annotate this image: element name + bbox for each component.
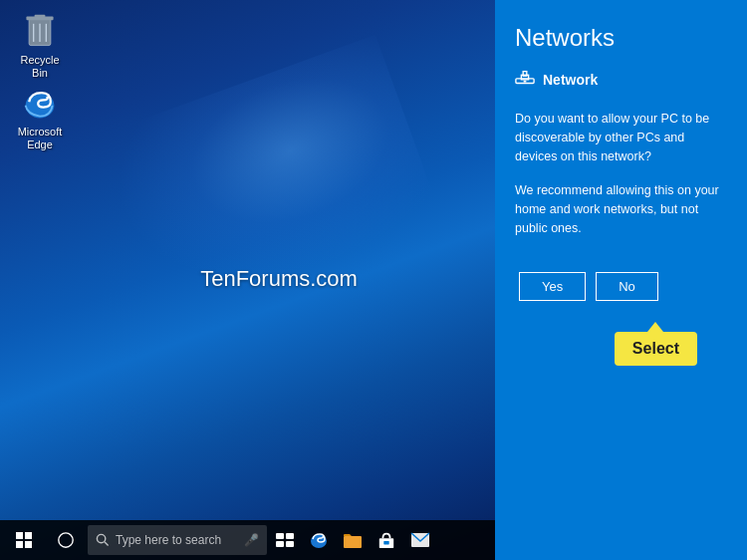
search-placeholder: Type here to search — [116, 533, 221, 547]
task-view-button[interactable] — [269, 520, 301, 560]
network-item-label: Network — [543, 72, 598, 88]
taskbar: Type here to search 🎤 — [0, 520, 495, 560]
svg-rect-9 — [16, 541, 23, 548]
network-icon — [515, 70, 535, 90]
store-taskbar-button[interactable] — [371, 520, 402, 560]
svg-rect-14 — [276, 533, 284, 539]
explorer-taskbar-button[interactable] — [337, 520, 369, 560]
mail-taskbar-button[interactable] — [404, 520, 436, 560]
panel-title: Networks — [515, 24, 727, 52]
panel-buttons: Yes No — [519, 272, 727, 301]
svg-rect-21 — [383, 541, 388, 545]
cortana-button[interactable] — [46, 520, 86, 560]
svg-point-11 — [59, 533, 73, 547]
edge-taskbar-button[interactable] — [303, 520, 335, 560]
desktop: Recycle Bin MicrosoftEdge TenForums.com — [0, 0, 495, 560]
recycle-bin-icon[interactable]: Recycle Bin — [8, 8, 72, 84]
watermark-text: TenForums.com — [200, 266, 358, 292]
store-taskbar-icon — [377, 531, 395, 549]
recycle-bin-label: Recycle Bin — [12, 54, 68, 80]
svg-point-12 — [97, 534, 105, 542]
edge-taskbar-icon — [309, 530, 329, 550]
svg-rect-16 — [276, 541, 284, 547]
edge-desktop-icon[interactable]: MicrosoftEdge — [8, 80, 72, 155]
svg-rect-25 — [523, 72, 527, 77]
mic-icon: 🎤 — [244, 533, 259, 547]
svg-rect-2 — [35, 15, 46, 18]
search-icon — [96, 533, 110, 547]
mail-taskbar-icon — [410, 532, 430, 548]
recycle-bin-image — [20, 12, 60, 52]
task-view-icon — [275, 532, 295, 548]
search-bar[interactable]: Type here to search 🎤 — [88, 525, 267, 555]
svg-rect-8 — [25, 532, 32, 539]
svg-rect-19 — [344, 536, 362, 548]
no-button[interactable]: No — [596, 272, 658, 301]
explorer-taskbar-icon — [343, 531, 363, 549]
panel-description: Do you want to allow your PC to be disco… — [515, 110, 727, 165]
svg-line-13 — [105, 542, 109, 546]
svg-rect-7 — [16, 532, 23, 539]
edge-label: MicrosoftEdge — [18, 126, 63, 151]
start-button[interactable] — [4, 520, 44, 560]
network-item: Network — [515, 70, 727, 90]
select-tooltip: Select — [615, 332, 697, 366]
networks-panel: Networks Network Do you want to allow yo… — [495, 0, 747, 560]
svg-rect-17 — [286, 541, 294, 547]
edge-image — [20, 84, 60, 124]
svg-rect-10 — [25, 541, 32, 548]
svg-rect-15 — [286, 533, 294, 539]
svg-rect-26 — [524, 81, 527, 83]
yes-button[interactable]: Yes — [519, 272, 586, 301]
panel-recommendation: We recommend allowing this on your home … — [515, 181, 727, 237]
